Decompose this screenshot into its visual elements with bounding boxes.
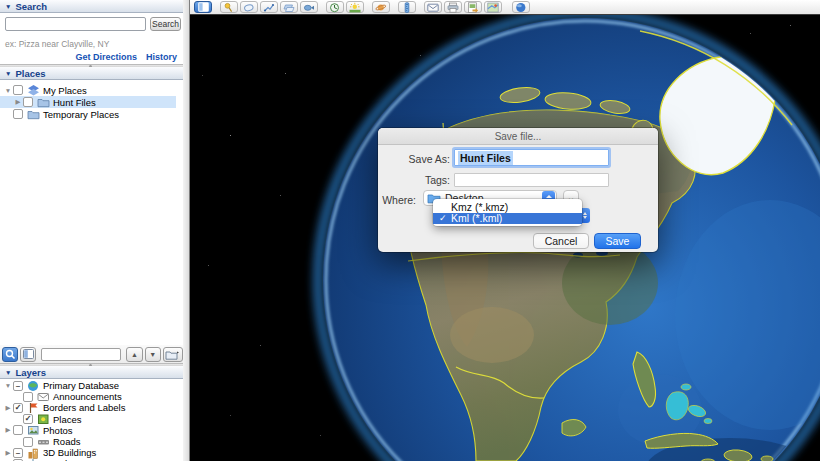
- view-columns-button[interactable]: [20, 347, 36, 362]
- road-icon: [37, 436, 50, 448]
- search-button[interactable]: Search: [150, 17, 181, 31]
- places-toolbar: ▲ ▼: [0, 345, 183, 363]
- layer-row-primary-database[interactable]: ▼ – Primary Database: [0, 380, 176, 391]
- view-in-google-maps-button[interactable]: [484, 1, 502, 13]
- puerto-rico: [761, 456, 773, 461]
- where-label: Where:: [378, 194, 416, 206]
- tree-label[interactable]: Temporary Places: [43, 109, 119, 120]
- cancel-button[interactable]: Cancel: [533, 233, 589, 249]
- sidebar-resize-handle[interactable]: [183, 0, 190, 461]
- save-image-button[interactable]: [464, 1, 482, 13]
- search-panel-title: Search: [15, 1, 47, 12]
- selected-text: Hunt Files: [458, 151, 513, 165]
- tree-label[interactable]: Places: [53, 414, 82, 425]
- tree-label[interactable]: 3D Buildings: [43, 447, 96, 458]
- layer-row-3d-buildings[interactable]: ▶ – 3D Buildings: [0, 447, 176, 458]
- collapse-triangle-icon[interactable]: ▼: [5, 369, 11, 376]
- flag-icon: [27, 402, 40, 414]
- record-tour-button[interactable]: [300, 1, 318, 13]
- tree-label[interactable]: Hunt Files: [53, 97, 96, 108]
- checkbox[interactable]: [23, 392, 33, 402]
- tree-label[interactable]: Photos: [43, 425, 73, 436]
- checkbox-mixed[interactable]: –: [13, 448, 23, 458]
- places-panel-header[interactable]: ▼ Places: [0, 67, 183, 80]
- places-panel: ▼ Places ▼ My Places ▶: [0, 67, 183, 345]
- add-polygon-button[interactable]: [240, 1, 258, 13]
- disclosure-open-icon[interactable]: ▼: [3, 87, 13, 94]
- collapse-triangle-icon[interactable]: ▼: [5, 70, 11, 77]
- tree-label[interactable]: Borders and Labels: [43, 402, 125, 413]
- layer-row-roads[interactable]: Roads: [0, 436, 176, 447]
- checkmark-icon: ✓: [439, 213, 451, 223]
- places-row-hunt-files[interactable]: ▶ Hunt Files: [0, 96, 176, 108]
- search-panel: ▼ Search Search ex: Pizza near Clayville…: [0, 0, 183, 64]
- folder-icon: [37, 96, 50, 108]
- save-as-input[interactable]: Hunt Files: [454, 149, 609, 166]
- disclosure-closed-icon[interactable]: ▶: [13, 98, 23, 106]
- menu-item-kml[interactable]: ✓ Kml (*.kml): [433, 213, 582, 225]
- layer-row-announcements[interactable]: Announcements: [0, 391, 176, 402]
- places-filter-input[interactable]: [41, 348, 121, 361]
- layer-row-places[interactable]: ✓ Places: [0, 414, 176, 425]
- collapse-triangle-icon[interactable]: ▼: [5, 3, 11, 10]
- layers-panel-title: Layers: [15, 367, 46, 378]
- tree-label[interactable]: Announcements: [53, 391, 122, 402]
- sunlight-button[interactable]: [346, 1, 364, 13]
- envelope-icon: [37, 391, 50, 403]
- layers-panel-header[interactable]: ▼ Layers: [0, 366, 183, 379]
- checkbox[interactable]: [13, 85, 23, 95]
- disclosure-closed-icon[interactable]: ▶: [3, 404, 13, 412]
- search-places-button[interactable]: [2, 347, 18, 362]
- photo-icon: [27, 424, 40, 436]
- tree-label[interactable]: My Places: [43, 85, 87, 96]
- google-earth-window: ▼ Search Search ex: Pizza near Clayville…: [0, 0, 820, 461]
- historical-imagery-button[interactable]: [326, 1, 344, 13]
- print-button[interactable]: [444, 1, 462, 13]
- places-panel-title: Places: [15, 68, 45, 79]
- earth-viewport[interactable]: Save file... Save As: Hunt Files Tags: W…: [190, 15, 820, 461]
- tree-label[interactable]: Primary Database: [43, 380, 119, 391]
- folder-icon: [27, 108, 40, 120]
- save-button[interactable]: Save: [594, 233, 641, 249]
- earth-sphere-button[interactable]: [512, 1, 530, 13]
- checkbox[interactable]: [23, 437, 33, 447]
- ruler-button[interactable]: [398, 1, 416, 13]
- search-input[interactable]: [5, 17, 146, 31]
- checkbox-checked[interactable]: ✓: [13, 403, 23, 413]
- layer-row-borders-and-labels[interactable]: ▶ ✓ Borders and Labels: [0, 402, 176, 413]
- main-area: Save file... Save As: Hunt Files Tags: W…: [190, 0, 820, 461]
- layers-panel: ▼ Layers ▼ – Primary Database: [0, 366, 183, 461]
- checkbox[interactable]: [23, 97, 33, 107]
- disclosure-open-icon[interactable]: ▼: [3, 382, 13, 389]
- checkbox-checked[interactable]: ✓: [23, 414, 33, 424]
- menu-item-kmz[interactable]: Kmz (*.kmz): [433, 201, 582, 213]
- add-path-button[interactable]: [260, 1, 278, 13]
- history-link[interactable]: History: [146, 52, 177, 62]
- earth-database-icon: [27, 380, 40, 392]
- checkbox-mixed[interactable]: –: [13, 381, 23, 391]
- layer-row-photos[interactable]: ▶ Photos: [0, 425, 176, 436]
- add-placemark-button[interactable]: [220, 1, 238, 13]
- checkbox[interactable]: [13, 425, 23, 435]
- sidebar: ▼ Search Search ex: Pizza near Clayville…: [0, 0, 183, 461]
- file-format-menu: Kmz (*.kmz) ✓ Kml (*.kml): [433, 199, 582, 226]
- tags-input[interactable]: [454, 173, 609, 187]
- save-file-dialog: Save file... Save As: Hunt Files Tags: W…: [378, 128, 658, 252]
- disclosure-closed-icon[interactable]: ▶: [3, 449, 13, 457]
- checkbox[interactable]: [13, 109, 23, 119]
- places-row-temporary-places[interactable]: Temporary Places: [0, 108, 176, 120]
- folder-menu-button[interactable]: [163, 347, 183, 362]
- get-directions-link[interactable]: Get Directions: [75, 52, 137, 62]
- email-button[interactable]: [424, 1, 442, 13]
- search-panel-header[interactable]: ▼ Search: [0, 0, 183, 13]
- move-down-button[interactable]: ▼: [145, 347, 161, 362]
- add-image-overlay-button[interactable]: [280, 1, 298, 13]
- sidebar-toggle-button[interactable]: [194, 1, 212, 13]
- places-row-my-places[interactable]: ▼ My Places: [0, 84, 176, 96]
- move-up-button[interactable]: ▲: [126, 347, 142, 362]
- tree-label[interactable]: Roads: [53, 436, 80, 447]
- my-places-icon: [27, 84, 40, 96]
- planets-button[interactable]: [372, 1, 390, 13]
- search-example-hint: ex: Pizza near Clayville, NY: [5, 39, 109, 49]
- disclosure-closed-icon[interactable]: ▶: [3, 426, 13, 434]
